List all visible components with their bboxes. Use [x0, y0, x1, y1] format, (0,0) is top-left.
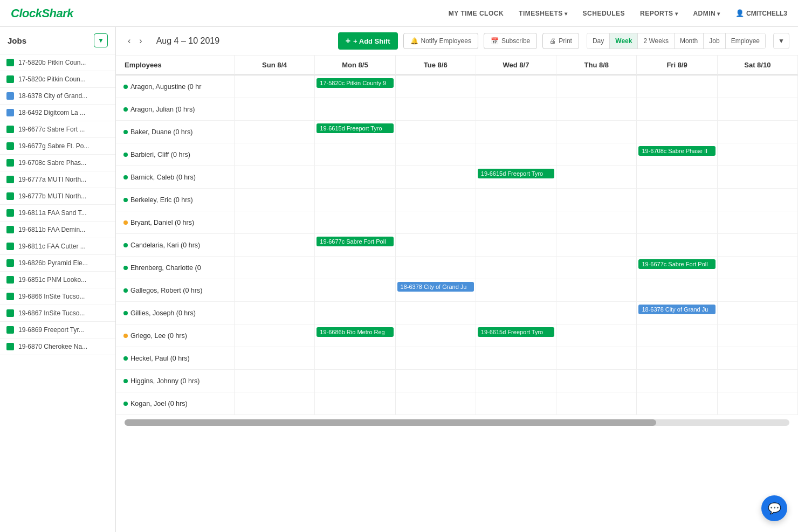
subscribe-button[interactable]: 📅 Subscribe: [484, 33, 537, 49]
day-cell-fri[interactable]: [637, 211, 717, 234]
sidebar-item[interactable]: 17-5820b Pitkin Coun...: [0, 54, 115, 71]
day-cell-sun[interactable]: [235, 279, 315, 302]
day-cell-wed[interactable]: [476, 279, 556, 302]
sidebar-item[interactable]: 19-6851c PNM Looko...: [0, 272, 115, 288]
day-cell-mon[interactable]: 19-6686b Rio Metro Reg: [315, 324, 395, 347]
day-cell-wed[interactable]: [476, 234, 556, 257]
day-cell-wed[interactable]: 19-6615d Freeport Tyro: [476, 324, 556, 347]
day-cell-fri[interactable]: [637, 324, 717, 347]
day-cell-sun[interactable]: [235, 189, 315, 211]
day-cell-fri[interactable]: [637, 347, 717, 370]
nav-user[interactable]: CMITCHELL3: [735, 9, 787, 17]
day-cell-sat[interactable]: [718, 257, 798, 279]
day-cell-mon[interactable]: [315, 370, 395, 392]
day-cell-mon[interactable]: [315, 143, 395, 166]
day-cell-mon[interactable]: [315, 279, 395, 302]
day-cell-tue[interactable]: 18-6378 City of Grand Ju: [396, 279, 476, 302]
day-cell-thu[interactable]: [556, 234, 637, 257]
day-cell-sun[interactable]: [235, 257, 315, 279]
day-cell-sun[interactable]: [235, 121, 315, 143]
sidebar-item[interactable]: 19-6811c FAA Cutter ...: [0, 238, 115, 255]
day-cell-thu[interactable]: [556, 324, 637, 347]
day-cell-fri[interactable]: [637, 279, 717, 302]
day-cell-sun[interactable]: [235, 347, 315, 370]
sidebar-item[interactable]: 19-6777a MUTI North...: [0, 171, 115, 188]
day-cell-thu[interactable]: [556, 121, 637, 143]
day-cell-tue[interactable]: [396, 166, 476, 189]
day-cell-sat[interactable]: [718, 211, 798, 234]
sidebar-item[interactable]: 19-6867 InSite Tucso...: [0, 305, 115, 322]
day-cell-wed[interactable]: [476, 370, 556, 392]
day-cell-wed[interactable]: [476, 98, 556, 121]
view-btn-week[interactable]: Week: [610, 33, 638, 49]
day-cell-sat[interactable]: [718, 302, 798, 324]
day-cell-wed[interactable]: [476, 392, 556, 415]
day-cell-sun[interactable]: [235, 234, 315, 257]
day-cell-mon[interactable]: 19-6677c Sabre Fort Poll: [315, 234, 395, 257]
sidebar-item[interactable]: 19-6811b FAA Demin...: [0, 222, 115, 238]
day-cell-fri[interactable]: [637, 189, 717, 211]
prev-week-button[interactable]: ‹: [125, 35, 134, 47]
sidebar-item[interactable]: 18-6378 City of Grand...: [0, 88, 115, 105]
day-cell-tue[interactable]: [396, 234, 476, 257]
day-cell-sun[interactable]: [235, 370, 315, 392]
day-cell-thu[interactable]: [556, 75, 637, 98]
day-cell-tue[interactable]: [396, 121, 476, 143]
notify-employees-button[interactable]: 🔔 Notify Employees: [403, 33, 478, 49]
day-cell-mon[interactable]: 19-6615d Freeport Tyro: [315, 121, 395, 143]
shift-block[interactable]: 18-6378 City of Grand Ju: [397, 282, 474, 292]
chat-bubble[interactable]: 💬: [761, 495, 787, 521]
day-cell-sat[interactable]: [718, 143, 798, 166]
day-cell-sat[interactable]: [718, 370, 798, 392]
view-filter-button[interactable]: ▼: [773, 33, 789, 49]
day-cell-mon[interactable]: [315, 166, 395, 189]
day-cell-mon[interactable]: [315, 302, 395, 324]
day-cell-tue[interactable]: [396, 98, 476, 121]
next-week-button[interactable]: ›: [136, 35, 145, 47]
day-cell-thu[interactable]: [556, 166, 637, 189]
shift-block[interactable]: 19-6615d Freeport Tyro: [478, 327, 554, 337]
nav-schedules[interactable]: SCHEDULES: [583, 10, 625, 17]
view-btn-job[interactable]: Job: [704, 33, 725, 49]
day-cell-fri[interactable]: 19-6708c Sabre Phase II: [637, 143, 717, 166]
day-cell-sun[interactable]: [235, 392, 315, 415]
day-cell-thu[interactable]: [556, 392, 637, 415]
day-cell-tue[interactable]: [396, 392, 476, 415]
day-cell-mon[interactable]: [315, 392, 395, 415]
day-cell-fri[interactable]: [637, 121, 717, 143]
day-cell-thu[interactable]: [556, 211, 637, 234]
day-cell-sat[interactable]: [718, 189, 798, 211]
sidebar-item[interactable]: 19-6866 InSite Tucso...: [0, 288, 115, 305]
day-cell-tue[interactable]: [396, 189, 476, 211]
day-cell-wed[interactable]: [476, 347, 556, 370]
day-cell-mon[interactable]: [315, 211, 395, 234]
day-cell-sun[interactable]: [235, 143, 315, 166]
day-cell-sat[interactable]: [718, 98, 798, 121]
day-cell-sat[interactable]: [718, 347, 798, 370]
day-cell-tue[interactable]: [396, 211, 476, 234]
day-cell-thu[interactable]: [556, 370, 637, 392]
day-cell-sun[interactable]: [235, 302, 315, 324]
nav-reports[interactable]: REPORTS: [640, 10, 678, 17]
day-cell-thu[interactable]: [556, 257, 637, 279]
day-cell-wed[interactable]: [476, 143, 556, 166]
day-cell-thu[interactable]: [556, 347, 637, 370]
day-cell-fri[interactable]: [637, 75, 717, 98]
day-cell-thu[interactable]: [556, 302, 637, 324]
day-cell-mon[interactable]: [315, 98, 395, 121]
shift-block[interactable]: 19-6615d Freeport Tyro: [317, 123, 393, 133]
shift-block[interactable]: 19-6615d Freeport Tyro: [478, 169, 554, 178]
day-cell-mon[interactable]: [315, 189, 395, 211]
shift-block[interactable]: 17-5820c Pitkin County 9: [317, 78, 393, 88]
day-cell-wed[interactable]: [476, 302, 556, 324]
day-cell-sat[interactable]: [718, 392, 798, 415]
day-cell-fri[interactable]: [637, 370, 717, 392]
shift-block[interactable]: 18-6378 City of Grand Ju: [638, 305, 715, 314]
sidebar-item[interactable]: 19-6777b MUTI North...: [0, 188, 115, 205]
sidebar-item[interactable]: 17-5820c Pitkin Coun...: [0, 71, 115, 88]
sidebar-item[interactable]: 19-6811a FAA Sand T...: [0, 205, 115, 222]
day-cell-tue[interactable]: [396, 257, 476, 279]
day-cell-tue[interactable]: [396, 370, 476, 392]
sidebar-item[interactable]: 19-6677g Sabre Ft. Po...: [0, 138, 115, 155]
nav-my-time-clock[interactable]: MY TIME CLOCK: [449, 10, 504, 17]
